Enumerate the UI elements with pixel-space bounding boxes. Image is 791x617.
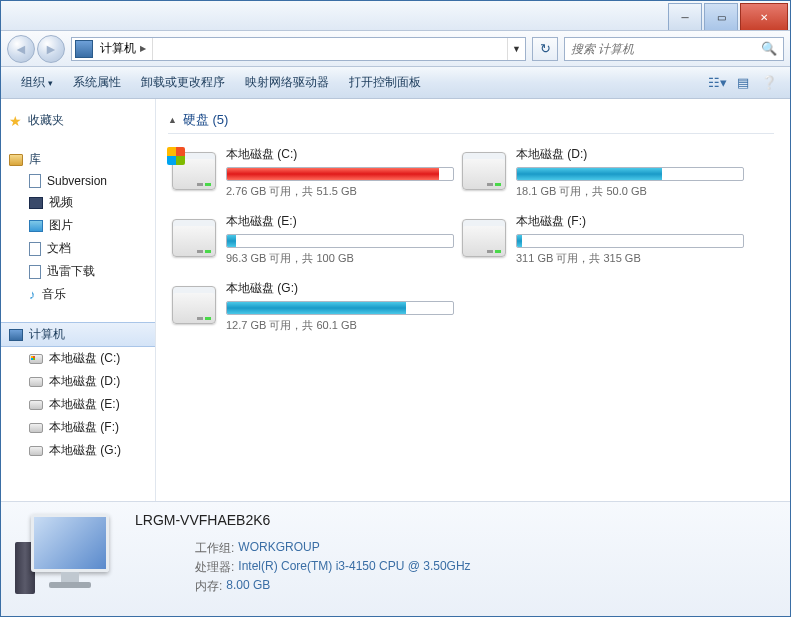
forward-button[interactable]: ► xyxy=(37,35,65,63)
organize-menu[interactable]: 组织 xyxy=(11,70,63,95)
drive-icon xyxy=(29,377,43,387)
close-button[interactable]: ✕ xyxy=(740,3,788,30)
view-button[interactable]: ☷▾ xyxy=(706,72,728,94)
library-icon xyxy=(9,154,23,166)
computer-image xyxy=(13,508,123,603)
sidebar-drive-e[interactable]: 本地磁盘 (E:) xyxy=(1,393,155,416)
drive-item[interactable]: 本地磁盘 (E:)96.3 GB 可用，共 100 GB xyxy=(168,207,458,272)
content-pane: ▲ 硬盘 (5) 本地磁盘 (C:)2.76 GB 可用，共 51.5 GB本地… xyxy=(156,99,790,501)
map-drive-button[interactable]: 映射网络驱动器 xyxy=(235,70,339,95)
help-button[interactable]: ❔ xyxy=(758,72,780,94)
picture-icon xyxy=(29,220,43,232)
detail-workgroup: 工作组: WORKGROUP xyxy=(135,540,778,557)
sidebar-drive-c[interactable]: 本地磁盘 (C:) xyxy=(1,347,155,370)
drive-stats: 12.7 GB 可用，共 60.1 GB xyxy=(226,318,454,333)
drive-stats: 18.1 GB 可用，共 50.0 GB xyxy=(516,184,744,199)
drive-item[interactable]: 本地磁盘 (D:)18.1 GB 可用，共 50.0 GB xyxy=(458,140,748,205)
sidebar-item-docs[interactable]: 文档 xyxy=(1,237,155,260)
detail-cpu: 处理器: Intel(R) Core(TM) i3-4150 CPU @ 3.5… xyxy=(135,559,778,576)
video-icon xyxy=(29,197,43,209)
sidebar-label: 库 xyxy=(29,151,41,168)
drive-icon xyxy=(462,219,506,257)
drive-capacity-bar xyxy=(226,234,454,248)
drive-icon xyxy=(29,423,43,433)
drive-icon xyxy=(172,286,216,324)
search-box[interactable]: 🔍 xyxy=(564,37,784,61)
sidebar: ★ 收藏夹 库 Subversion 视频 图片 文档 迅雷下载 ♪音乐 xyxy=(1,99,156,501)
drive-name: 本地磁盘 (C:) xyxy=(226,146,454,163)
address-dropdown[interactable]: ▼ xyxy=(507,38,525,60)
sidebar-drive-d[interactable]: 本地磁盘 (D:) xyxy=(1,370,155,393)
search-input[interactable] xyxy=(571,42,761,56)
sidebar-item-pictures[interactable]: 图片 xyxy=(1,214,155,237)
drive-capacity-bar xyxy=(226,301,454,315)
collapse-icon: ▲ xyxy=(168,115,177,125)
titlebar: ─ ▭ ✕ xyxy=(1,1,790,31)
breadcrumb-computer[interactable]: 计算机 ▶ xyxy=(96,38,153,60)
breadcrumb-label: 计算机 xyxy=(100,40,136,57)
file-icon xyxy=(29,265,41,279)
drive-icon xyxy=(29,446,43,456)
drive-name: 本地磁盘 (F:) xyxy=(516,213,744,230)
sidebar-drive-f[interactable]: 本地磁盘 (F:) xyxy=(1,416,155,439)
maximize-button[interactable]: ▭ xyxy=(704,3,738,30)
drive-stats: 311 GB 可用，共 315 GB xyxy=(516,251,744,266)
explorer-window: ─ ▭ ✕ ◄ ► 计算机 ▶ ▼ ↻ 🔍 组织 系统属性 卸载或更改程序 映射… xyxy=(0,0,791,617)
sidebar-item-video[interactable]: 视频 xyxy=(1,191,155,214)
sidebar-label: 计算机 xyxy=(29,326,65,343)
drive-item[interactable]: 本地磁盘 (C:)2.76 GB 可用，共 51.5 GB xyxy=(168,140,458,205)
refresh-button[interactable]: ↻ xyxy=(532,37,558,61)
sidebar-item-music[interactable]: ♪音乐 xyxy=(1,283,155,306)
file-icon xyxy=(29,174,41,188)
details-pane: LRGM-VVFHAEB2K6 工作组: WORKGROUP 处理器: Inte… xyxy=(1,501,790,616)
drive-capacity-bar xyxy=(226,167,454,181)
address-bar[interactable]: 计算机 ▶ ▼ xyxy=(71,37,526,61)
sidebar-favorites[interactable]: ★ 收藏夹 xyxy=(1,109,155,132)
toolbar: 组织 系统属性 卸载或更改程序 映射网络驱动器 打开控制面板 ☷▾ ▤ ❔ xyxy=(1,67,790,99)
preview-pane-button[interactable]: ▤ xyxy=(732,72,754,94)
sidebar-drive-g[interactable]: 本地磁盘 (G:) xyxy=(1,439,155,462)
drive-icon xyxy=(29,400,43,410)
drive-stats: 2.76 GB 可用，共 51.5 GB xyxy=(226,184,454,199)
sidebar-computer[interactable]: 计算机 xyxy=(1,322,155,347)
drive-name: 本地磁盘 (E:) xyxy=(226,213,454,230)
sidebar-library[interactable]: 库 xyxy=(1,148,155,171)
drive-icon xyxy=(462,152,506,190)
computer-name: LRGM-VVFHAEB2K6 xyxy=(135,512,778,528)
drive-icon xyxy=(172,219,216,257)
minimize-button[interactable]: ─ xyxy=(668,3,702,30)
drives-grid: 本地磁盘 (C:)2.76 GB 可用，共 51.5 GB本地磁盘 (D:)18… xyxy=(168,140,774,341)
back-button[interactable]: ◄ xyxy=(7,35,35,63)
drive-item[interactable]: 本地磁盘 (G:)12.7 GB 可用，共 60.1 GB xyxy=(168,274,458,339)
sidebar-item-xunlei[interactable]: 迅雷下载 xyxy=(1,260,155,283)
star-icon: ★ xyxy=(9,113,22,129)
computer-icon xyxy=(75,40,93,58)
navbar: ◄ ► 计算机 ▶ ▼ ↻ 🔍 xyxy=(1,31,790,67)
drive-item[interactable]: 本地磁盘 (F:)311 GB 可用，共 315 GB xyxy=(458,207,748,272)
section-title: 硬盘 (5) xyxy=(183,111,229,129)
drive-stats: 96.3 GB 可用，共 100 GB xyxy=(226,251,454,266)
drive-name: 本地磁盘 (G:) xyxy=(226,280,454,297)
uninstall-button[interactable]: 卸载或更改程序 xyxy=(131,70,235,95)
drive-icon xyxy=(29,354,43,364)
system-properties-button[interactable]: 系统属性 xyxy=(63,70,131,95)
drive-icon xyxy=(172,152,216,190)
chevron-right-icon: ▶ xyxy=(140,44,146,53)
sidebar-item-subversion[interactable]: Subversion xyxy=(1,171,155,191)
music-icon: ♪ xyxy=(29,287,36,302)
search-icon: 🔍 xyxy=(761,41,777,56)
sidebar-label: 收藏夹 xyxy=(28,112,64,129)
computer-icon xyxy=(9,329,23,341)
drive-name: 本地磁盘 (D:) xyxy=(516,146,744,163)
control-panel-button[interactable]: 打开控制面板 xyxy=(339,70,431,95)
drive-capacity-bar xyxy=(516,234,744,248)
section-hard-disks[interactable]: ▲ 硬盘 (5) xyxy=(168,111,774,134)
doc-icon xyxy=(29,242,41,256)
drive-capacity-bar xyxy=(516,167,744,181)
detail-memory: 内存: 8.00 GB xyxy=(135,578,778,595)
